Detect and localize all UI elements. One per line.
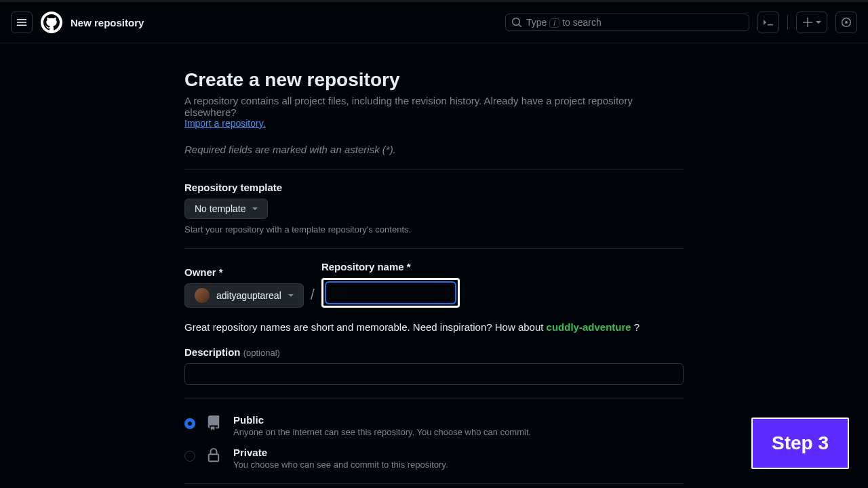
visibility-section: Public Anyone on the internet can see th…	[184, 399, 684, 470]
reponame-highlight	[321, 278, 460, 308]
slash-key-hint: /	[549, 18, 559, 28]
avatar	[195, 288, 210, 303]
circle-dot-icon	[841, 17, 852, 28]
private-desc: You choose who can see and commit to thi…	[233, 460, 448, 470]
main-form: Create a new repository A repository con…	[184, 43, 684, 488]
create-new-dropdown[interactable]	[796, 12, 827, 33]
page-title-header: New repository	[71, 17, 144, 28]
chevron-down-icon	[252, 207, 258, 210]
template-dropdown[interactable]: No template	[184, 199, 268, 219]
divider	[787, 15, 788, 30]
initialize-section: Initialize this repository with:	[184, 483, 684, 488]
name-suggestion-text: Great repository names are short and mem…	[184, 321, 684, 333]
description-optional: (optional)	[243, 348, 280, 358]
terminal-icon	[763, 17, 774, 28]
menu-button[interactable]	[11, 12, 33, 33]
global-header: New repository Type / to search	[0, 2, 868, 43]
search-input[interactable]: Type / to search	[505, 14, 749, 31]
private-title: Private	[233, 447, 448, 458]
import-repository-link[interactable]: Import a repository.	[184, 118, 266, 129]
public-title: Public	[233, 414, 531, 426]
public-desc: Anyone on the internet can see this repo…	[233, 427, 531, 437]
repository-name-input[interactable]	[325, 281, 456, 304]
search-icon	[511, 17, 522, 28]
template-section: Repository template No template Start yo…	[184, 169, 684, 235]
owner-dropdown[interactable]: adityaguptareal	[184, 283, 304, 308]
suggested-name-link[interactable]: cuddly-adventure	[547, 321, 631, 333]
lock-icon	[206, 448, 222, 465]
hamburger-icon	[16, 17, 27, 28]
issues-button[interactable]	[835, 12, 857, 33]
github-logo[interactable]	[41, 12, 62, 33]
command-palette-button[interactable]	[757, 12, 779, 33]
visibility-private-radio[interactable]	[184, 451, 195, 462]
description-input[interactable]	[184, 363, 684, 385]
page-heading: Create a new repository	[184, 69, 684, 91]
description-label: Description	[184, 346, 243, 358]
ownername-section: Owner * adityaguptareal / Repository nam…	[184, 248, 684, 385]
required-fields-note: Required fields are marked with an aster…	[184, 144, 684, 155]
visibility-public-radio[interactable]	[184, 418, 195, 429]
repo-icon	[206, 415, 222, 432]
owner-username: adityaguptareal	[216, 290, 281, 301]
plus-icon	[802, 17, 813, 28]
chevron-down-icon	[288, 294, 294, 297]
template-label: Repository template	[184, 182, 684, 193]
chevron-down-icon	[816, 21, 821, 24]
template-hint: Start your repository with a template re…	[184, 224, 684, 235]
path-separator: /	[311, 286, 315, 308]
page-subheading: A repository contains all project files,…	[184, 95, 684, 118]
template-value: No template	[195, 203, 245, 214]
owner-label: Owner *	[184, 266, 304, 278]
reponame-label: Repository name *	[321, 261, 460, 272]
step-badge: Step 3	[751, 418, 849, 469]
